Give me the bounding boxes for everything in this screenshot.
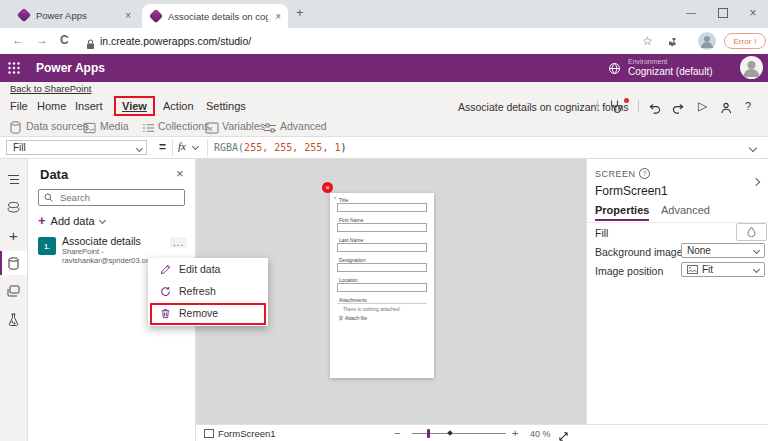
attach-file-link[interactable]: Attach file <box>345 315 367 321</box>
context-menu-edit-data[interactable]: Edit data <box>148 258 268 280</box>
formula-input[interactable]: RGBA(255, 255, 255, 1) <box>214 142 346 153</box>
close-icon[interactable]: × <box>176 166 184 181</box>
toolbar-media[interactable]: Media <box>100 120 129 132</box>
maximize-button[interactable] <box>718 8 728 18</box>
tab-advanced[interactable]: Advanced <box>661 204 710 216</box>
menu-insert[interactable]: Insert <box>75 100 103 112</box>
add-data-button[interactable]: + Add data <box>38 213 105 228</box>
search-input[interactable] <box>58 191 172 204</box>
chevron-down-icon <box>753 247 760 254</box>
user-avatar[interactable] <box>740 56 763 79</box>
lock-icon <box>86 36 95 54</box>
field-input-title[interactable] <box>337 203 427 212</box>
url-text[interactable]: in.create.powerapps.com/studio/ <box>100 35 251 47</box>
reload-icon[interactable]: C <box>60 33 69 47</box>
left-navigation-rail: + <box>0 159 28 441</box>
zoom-in-button[interactable]: + <box>512 427 518 439</box>
app-name[interactable]: Power Apps <box>36 61 105 75</box>
required-marker: * <box>334 196 336 202</box>
refresh-icon <box>160 286 171 297</box>
waffle-icon[interactable] <box>7 61 21 79</box>
fx-button[interactable]: fx <box>178 140 198 152</box>
notification-dot <box>624 98 629 103</box>
tab-close-icon[interactable]: × <box>268 11 288 22</box>
tab-close-icon[interactable]: × <box>118 10 138 21</box>
field-input-first-name[interactable] <box>337 223 427 232</box>
zoom-slider-thumb[interactable] <box>427 429 430 438</box>
equals-sign: = <box>159 140 166 154</box>
field-input-designation[interactable] <box>337 263 427 272</box>
form-preview[interactable]: * Title First Name Last Name Designation… <box>330 193 434 378</box>
advanced-tools-icon[interactable] <box>0 307 27 331</box>
menu-view-highlighted[interactable]: View <box>114 96 155 116</box>
preview-play-icon[interactable]: ▷ <box>698 99 707 113</box>
formula-expand-chevron-icon[interactable] <box>749 144 757 152</box>
toolbar-advanced[interactable]: Advanced <box>280 120 327 132</box>
variables-icon: x <box>205 120 219 138</box>
extensions-icon[interactable] <box>668 35 680 53</box>
media-icon <box>83 120 96 138</box>
browser-tab-bar: Power Apps × Associate details on cogniz… <box>0 0 768 28</box>
menu-home[interactable]: Home <box>37 100 66 112</box>
selection-type-label: SCREEN <box>595 169 636 179</box>
more-options-button[interactable]: ... <box>170 237 187 248</box>
advanced-icon <box>263 120 277 138</box>
screens-icon[interactable] <box>0 195 27 219</box>
tab-properties[interactable]: Properties <box>595 204 649 216</box>
help-icon[interactable]: ? <box>745 100 751 112</box>
fullscreen-icon[interactable] <box>558 428 569 441</box>
image-position-select[interactable]: Fit <box>681 262 765 277</box>
tree-view-icon[interactable] <box>0 167 27 191</box>
new-tab-button[interactable]: + <box>296 5 304 20</box>
media-rail-icon[interactable] <box>0 279 27 303</box>
formula-close: ) <box>340 142 346 153</box>
zoom-level[interactable]: 40 % <box>530 429 551 439</box>
fill-color-button[interactable] <box>736 223 767 241</box>
error-badge[interactable]: Error ! <box>724 33 766 49</box>
property-dropdown[interactable]: Fill <box>6 140 147 155</box>
menu-bar: File Home Insert View Action Settings As… <box>0 96 768 116</box>
back-icon[interactable]: ← <box>12 33 24 47</box>
data-rail-icon-selected[interactable] <box>0 251 27 275</box>
tab-title: Power Apps <box>36 10 118 21</box>
error-icon[interactable]: × <box>322 182 333 193</box>
insert-icon[interactable]: + <box>0 223 27 247</box>
status-screen-name[interactable]: FormScreen1 <box>218 428 276 439</box>
chevron-right-icon[interactable] <box>753 171 759 189</box>
active-tab-indicator <box>595 219 649 221</box>
bookmark-star-icon[interactable]: ☆ <box>642 34 653 48</box>
browser-tab-powerapps[interactable]: Power Apps × <box>10 5 138 25</box>
close-button[interactable]: × <box>746 6 760 20</box>
powerapps-favicon-icon <box>17 8 31 22</box>
selected-indicator <box>0 251 2 275</box>
powerapps-favicon-icon <box>149 9 163 23</box>
forward-icon[interactable]: → <box>36 33 48 47</box>
screen-name[interactable]: FormScreen1 <box>595 184 668 198</box>
zoom-out-button[interactable]: − <box>394 427 400 439</box>
minimize-button[interactable]: — <box>684 7 698 18</box>
environment-label: Environment <box>628 58 667 65</box>
image-icon <box>687 265 698 274</box>
toolbar-collections[interactable]: Collections <box>158 120 209 132</box>
search-box[interactable] <box>38 189 185 206</box>
attachments-empty-text: There is nothing attached. <box>343 306 401 312</box>
back-to-sharepoint-link[interactable]: Back to SharePoint <box>10 83 91 94</box>
toolbar-variables[interactable]: Variables <box>222 120 265 132</box>
field-input-location[interactable] <box>337 283 427 292</box>
menu-file[interactable]: File <box>10 100 28 112</box>
browser-tab-active[interactable]: Associate details on cognizant fo × <box>142 4 288 28</box>
menu-action[interactable]: Action <box>163 100 194 112</box>
field-input-last-name[interactable] <box>337 243 427 252</box>
menu-settings[interactable]: Settings <box>206 100 246 112</box>
environment-icon <box>608 61 621 79</box>
tab-title: Associate details on cognizant fo <box>168 11 268 22</box>
context-menu-refresh[interactable]: Refresh <box>148 280 268 302</box>
background-image-select[interactable]: None <box>681 243 765 258</box>
plus-icon: + <box>38 213 46 228</box>
environment-name[interactable]: Cognizant (default) <box>628 66 713 77</box>
info-icon[interactable]: ? <box>639 168 650 179</box>
fill-label: Fill <box>595 227 608 239</box>
toolbar-data-sources[interactable]: Data sources <box>26 120 88 132</box>
browser-profile-avatar[interactable] <box>698 32 716 50</box>
divider <box>172 140 173 156</box>
